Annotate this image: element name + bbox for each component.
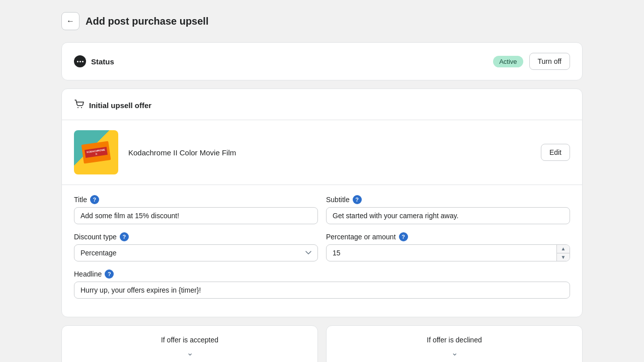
offer-accepted-card[interactable]: If offer is accepted ⌄ [61, 325, 318, 362]
headline-label: Headline [74, 270, 102, 278]
back-button[interactable]: ← [61, 12, 79, 30]
percentage-input[interactable] [326, 244, 570, 261]
page-header: ← Add post purchase upsell [61, 12, 583, 30]
product-image: KODACHROMEII [74, 130, 118, 174]
headline-help-icon[interactable]: ? [105, 269, 114, 279]
subtitle-input[interactable] [326, 207, 570, 224]
section-header: Initial upsell offer [62, 89, 582, 120]
discount-type-label: Discount type [74, 233, 117, 241]
bottom-cards: If offer is accepted ⌄ If offer is decli… [61, 325, 583, 362]
product-row: KODACHROMEII Kodachrome II Color Movie F… [62, 120, 582, 185]
offer-accepted-label: If offer is accepted [161, 336, 218, 344]
title-subtitle-row: Title ? Subtitle ? [74, 195, 570, 224]
title-help-icon[interactable]: ? [90, 195, 99, 204]
offer-declined-card[interactable]: If offer is declined ⌄ [326, 325, 583, 362]
title-group: Title ? [74, 195, 318, 224]
percentage-input-wrapper: ▲ ▼ [326, 244, 570, 261]
turn-off-button[interactable]: Turn off [529, 53, 570, 70]
status-left: Status [74, 55, 114, 67]
status-icon [74, 55, 86, 67]
percentage-label: Percentage or amount [326, 233, 396, 241]
subtitle-label: Subtitle [326, 196, 350, 204]
discount-type-select[interactable]: Percentage Fixed amount None [74, 244, 318, 261]
initial-upsell-card: Initial upsell offer KODACHROMEII Kodach… [61, 88, 583, 317]
title-label: Title [74, 196, 87, 204]
discount-type-group: Discount type ? Percentage Fixed amount … [74, 232, 318, 261]
cart-icon [74, 99, 84, 112]
status-card: Status Active Turn off [61, 42, 583, 80]
section-title: Initial upsell offer [89, 101, 151, 110]
page-title: Add post purchase upsell [86, 16, 208, 27]
status-right: Active Turn off [493, 53, 570, 70]
active-badge: Active [493, 56, 523, 67]
offer-declined-chevron-icon: ⌄ [451, 348, 458, 357]
edit-product-button[interactable]: Edit [541, 144, 570, 161]
spinner-up-button[interactable]: ▲ [556, 245, 570, 253]
spinner-down-button[interactable]: ▼ [556, 253, 570, 261]
form-section: Title ? Subtitle ? Discount [62, 185, 582, 317]
percentage-help-icon[interactable]: ? [399, 232, 408, 241]
offer-accepted-chevron-icon: ⌄ [187, 348, 193, 357]
offer-declined-label: If offer is declined [427, 336, 481, 344]
product-name: Kodachrome II Color Movie Film [128, 148, 541, 157]
subtitle-group: Subtitle ? [326, 195, 570, 224]
title-input[interactable] [74, 207, 318, 224]
discount-type-help-icon[interactable]: ? [120, 232, 129, 241]
headline-input[interactable] [74, 282, 570, 299]
discount-row: Discount type ? Percentage Fixed amount … [74, 232, 570, 261]
svg-point-1 [81, 107, 82, 108]
subtitle-help-icon[interactable]: ? [353, 195, 362, 204]
svg-point-0 [77, 107, 78, 108]
percentage-group: Percentage or amount ? ▲ ▼ [326, 232, 570, 261]
film-box-decoration: KODACHROMEII [82, 141, 111, 163]
headline-group: Headline ? [74, 269, 570, 299]
status-label: Status [91, 57, 114, 66]
number-spinners: ▲ ▼ [556, 245, 570, 261]
